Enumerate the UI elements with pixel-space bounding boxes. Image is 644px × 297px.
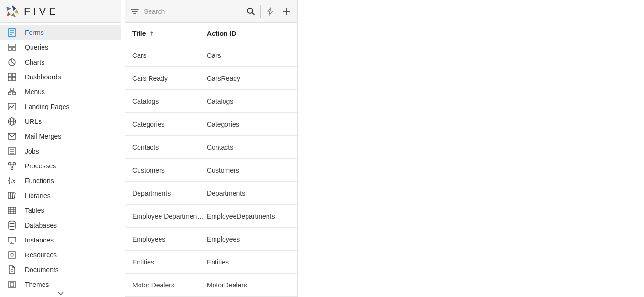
sidebar-item-queries[interactable]: Queries (0, 40, 121, 55)
svg-rect-41 (8, 237, 16, 242)
urls-icon (6, 116, 18, 127)
svg-rect-10 (8, 77, 11, 81)
sidebar-item-mail-merges[interactable]: Mail Merges (0, 129, 121, 143)
table-row[interactable]: EntitiesEntities (125, 251, 297, 274)
sidebar-item-libraries[interactable]: Libraries (0, 188, 121, 203)
cell-title: Cars Ready (125, 75, 207, 82)
svg-rect-12 (10, 88, 14, 90)
sidebar-item-functions[interactable]: fxFunctions (0, 173, 121, 188)
svg-rect-33 (11, 192, 12, 199)
sidebar-item-jobs[interactable]: Jobs (0, 143, 121, 158)
col-title-label: Title (132, 30, 146, 37)
svg-point-45 (11, 253, 13, 256)
sidebar-item-label: Landing Pages (25, 103, 69, 110)
search-input[interactable] (144, 8, 243, 15)
sort-asc-icon (149, 31, 155, 36)
col-action-label: Action ID (207, 30, 236, 37)
svg-rect-49 (10, 283, 14, 286)
cell-action-id: Cars (207, 52, 297, 59)
sidebar-item-label: Databases (25, 221, 57, 229)
sidebar-item-label: Queries (25, 44, 48, 51)
cell-action-id: Customers (207, 166, 297, 174)
sidebar-item-instances[interactable]: Instances (0, 232, 121, 247)
sidebar-item-documents[interactable]: Documents (0, 262, 121, 277)
svg-rect-48 (9, 281, 15, 288)
table-row[interactable]: CustomersCustomers (125, 159, 297, 182)
cell-title: Categories (125, 121, 207, 128)
table-row[interactable]: CarsCars (125, 44, 297, 67)
databases-icon (6, 220, 18, 231)
sidebar-item-landing-pages[interactable]: Landing Pages (0, 99, 121, 114)
svg-point-30 (11, 167, 13, 169)
nav-list: FormsQueriesChartsDashboardsMenusLanding… (0, 23, 121, 290)
table-row[interactable]: EmployeesEmployees (125, 228, 297, 251)
sidebar-item-label: URLs (25, 118, 42, 125)
forms-icon (6, 27, 18, 38)
sidebar-item-menus[interactable]: Menus (0, 84, 121, 99)
column-title-header[interactable]: Title (125, 30, 207, 37)
svg-rect-9 (12, 73, 16, 77)
search-icon[interactable] (246, 7, 256, 16)
themes-icon (6, 279, 18, 290)
sidebar-item-themes[interactable]: Themes (0, 277, 121, 290)
documents-icon (6, 264, 18, 275)
cell-action-id: MotorDealers (207, 281, 297, 289)
jobs-icon (6, 146, 18, 156)
sidebar-item-label: Forms (25, 29, 44, 36)
svg-rect-23 (8, 133, 16, 139)
logo-bar: FIVE (0, 0, 121, 23)
instances-icon (6, 235, 18, 245)
run-icon[interactable] (266, 7, 275, 16)
processes-icon (6, 161, 18, 171)
svg-rect-11 (12, 77, 16, 81)
toolbar-divider (260, 5, 261, 18)
table-row[interactable]: Employee Departmen…EmployeeDepartments (125, 205, 297, 228)
sidebar-item-label: Mail Merges (25, 132, 61, 140)
table-body: CarsCarsCars ReadyCarsReadyCatalogsCatal… (125, 44, 297, 297)
sidebar-item-label: Themes (25, 281, 49, 288)
table-row[interactable]: DepartmentsDepartments (125, 182, 297, 205)
resources-icon (6, 250, 18, 260)
cell-action-id: Entities (207, 258, 297, 266)
cell-title: Employees (125, 235, 207, 243)
table-row[interactable]: Cars ReadyCarsReady (125, 67, 297, 90)
svg-point-28 (9, 162, 11, 165)
sidebar-item-forms[interactable]: Forms (0, 25, 121, 40)
table-row[interactable]: CatalogsCatalogs (125, 90, 297, 113)
table-row[interactable]: CategoriesCategories (125, 113, 297, 136)
cell-action-id: EmployeeDepartments (207, 212, 297, 220)
sidebar-item-resources[interactable]: Resources (0, 247, 121, 262)
sidebar-item-charts[interactable]: Charts (0, 55, 121, 69)
dashboards-icon (6, 72, 18, 82)
column-action-header[interactable]: Action ID (207, 30, 297, 37)
cell-action-id: Departments (207, 189, 297, 197)
svg-rect-8 (8, 73, 11, 77)
sidebar-item-label: Resources (25, 251, 57, 259)
queries-icon (6, 42, 18, 53)
svg-point-50 (247, 8, 253, 13)
sidebar-item-label: Functions (25, 177, 54, 185)
svg-rect-13 (8, 92, 11, 95)
sidebar-item-label: Documents (25, 266, 59, 274)
svg-text:fx: fx (11, 178, 16, 184)
cell-action-id: CarsReady (207, 75, 297, 82)
libraries-icon (6, 190, 18, 201)
cell-action-id: Catalogs (207, 98, 297, 105)
sidebar-item-label: Tables (25, 207, 44, 214)
cell-title: Entities (125, 258, 207, 266)
sidebar-item-dashboards[interactable]: Dashboards (0, 69, 121, 84)
cell-action-id: Employees (207, 235, 297, 243)
table-container[interactable]: Title Action ID CarsCarsCars ReadyCarsRe… (125, 23, 297, 297)
cell-title: Cars (125, 52, 207, 59)
filter-icon[interactable] (130, 7, 139, 16)
expand-chevron-icon[interactable] (0, 290, 121, 297)
sidebar-item-processes[interactable]: Processes (0, 158, 121, 173)
sidebar-item-databases[interactable]: Databases (0, 218, 121, 232)
sidebar-item-urls[interactable]: URLs (0, 114, 121, 129)
add-icon[interactable] (282, 7, 291, 16)
sidebar: FIVE FormsQueriesChartsDashboardsMenusLa… (0, 0, 121, 297)
table-row[interactable]: Motor DealersMotorDealers (125, 274, 297, 297)
svg-rect-34 (12, 192, 15, 198)
sidebar-item-tables[interactable]: Tables (0, 203, 121, 218)
table-row[interactable]: ContactsContacts (125, 136, 297, 159)
